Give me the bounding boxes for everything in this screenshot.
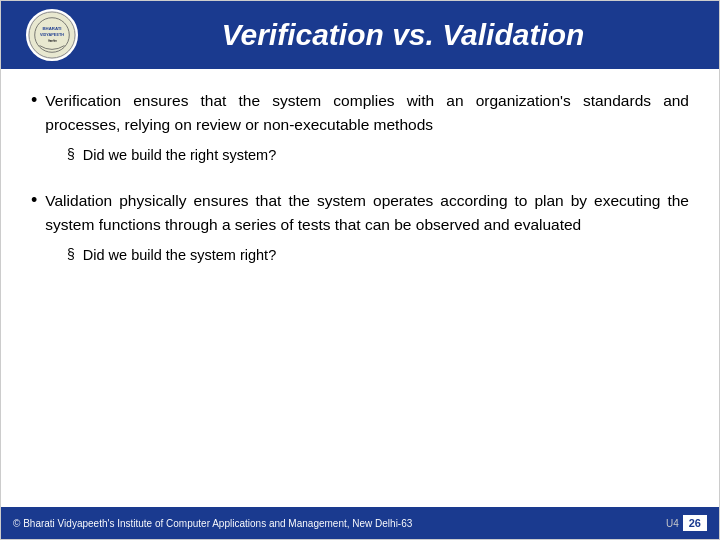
validation-bullet: • Validation physically ensures that the… xyxy=(31,189,689,237)
slide-title: Verification vs. Validation xyxy=(103,18,703,52)
bullet-dot-2: • xyxy=(31,190,37,211)
validation-sub-text: Did we build the system right? xyxy=(83,245,276,267)
verification-section: • Verification ensures that the system c… xyxy=(31,89,689,167)
verification-bullet: • Verification ensures that the system c… xyxy=(31,89,689,137)
sub-bullet-marker-2: § xyxy=(67,246,75,262)
slide-content: • Verification ensures that the system c… xyxy=(1,69,719,507)
footer-copyright: © Bharati Vidyapeeth's Institute of Comp… xyxy=(13,518,412,529)
bullet-dot-1: • xyxy=(31,90,37,111)
verification-sub-text: Did we build the right system? xyxy=(83,145,276,167)
logo-circle: BHARATI VIDYAPEETH विद्यापीठ xyxy=(26,9,78,61)
svg-text:VIDYAPEETH: VIDYAPEETH xyxy=(40,33,64,37)
svg-text:BHARATI: BHARATI xyxy=(42,26,61,31)
verification-text: Verification ensures that the system com… xyxy=(45,89,689,137)
sub-bullet-marker-1: § xyxy=(67,146,75,162)
verification-sub-bullet: § Did we build the right system? xyxy=(67,145,689,167)
footer-unit: U4 xyxy=(666,518,679,529)
logo-area: BHARATI VIDYAPEETH विद्यापीठ xyxy=(17,9,87,61)
validation-section: • Validation physically ensures that the… xyxy=(31,189,689,267)
footer-right: U4 26 xyxy=(666,515,707,531)
slide-container: BHARATI VIDYAPEETH विद्यापीठ Verificatio… xyxy=(0,0,720,540)
svg-text:विद्यापीठ: विद्यापीठ xyxy=(47,39,57,43)
slide-header: BHARATI VIDYAPEETH विद्यापीठ Verificatio… xyxy=(1,1,719,69)
validation-text: Validation physically ensures that the s… xyxy=(45,189,689,237)
slide-footer: © Bharati Vidyapeeth's Institute of Comp… xyxy=(1,507,719,539)
footer-page-number: 26 xyxy=(683,515,707,531)
validation-sub-bullet: § Did we build the system right? xyxy=(67,245,689,267)
